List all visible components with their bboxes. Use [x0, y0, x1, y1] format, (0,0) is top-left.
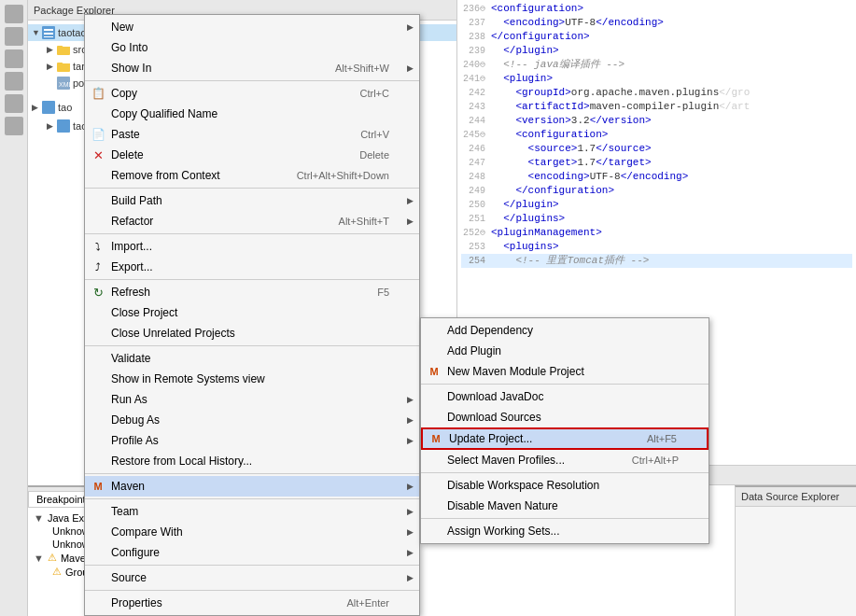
code-line-245: 245⊖ <configuration>: [461, 128, 852, 142]
menu-item-remove-context-label: Remove from Context: [111, 169, 220, 182]
code-line-253: 253 <plugins>: [461, 240, 852, 254]
tree-arrow-taotao: ▶: [32, 103, 41, 112]
menu-item-profile-as[interactable]: Profile As: [85, 430, 419, 451]
sep9: [85, 590, 419, 591]
sidebar-icon-3[interactable]: [5, 49, 23, 68]
select-profiles-label: Select Maven Profiles...: [447, 454, 565, 467]
svg-rect-2: [44, 33, 53, 35]
update-project-shortcut: Alt+F5: [647, 433, 688, 444]
data-source-header: Data Source Explorer: [736, 487, 856, 507]
maven-menu-download-javadoc[interactable]: Download JavaDoc: [421, 386, 709, 407]
menu-item-source-label: Source: [111, 571, 147, 584]
code-line-243: 243 <artifactId>maven-compiler-plugin</a…: [461, 100, 852, 114]
menu-item-validate[interactable]: Validate: [85, 348, 419, 369]
context-menu-maven: Add Dependency Add Plugin M New Maven Mo…: [420, 317, 709, 544]
delete-shortcut: Delete: [359, 149, 400, 161]
menu-item-build-path[interactable]: Build Path: [85, 190, 419, 211]
menu-item-build-path-label: Build Path: [111, 194, 162, 207]
maven-menu-disable-workspace[interactable]: Disable Workspace Resolution: [421, 475, 709, 496]
menu-item-remove-context[interactable]: Remove from Context Ctrl+Alt+Shift+Down: [85, 165, 419, 186]
menu-item-maven[interactable]: M Maven: [85, 476, 419, 497]
menu-item-restore-history[interactable]: Restore from Local History...: [85, 451, 419, 471]
add-dependency-label: Add Dependency: [447, 324, 533, 337]
menu-item-properties[interactable]: Properties Alt+Enter: [85, 593, 419, 613]
code-line-242: 242 <groupId>org.apache.maven.plugins</g…: [461, 86, 852, 100]
menu-item-import[interactable]: ⤵ Import...: [85, 236, 419, 257]
paste-icon: 📄: [91, 127, 105, 142]
maven-icon: M: [91, 479, 105, 494]
menu-item-compare[interactable]: Compare With: [85, 522, 419, 542]
show-in-shortcut: Alt+Shift+W: [335, 63, 400, 74]
menu-item-close-project[interactable]: Close Project: [85, 302, 419, 323]
tree-arrow-src: ▶: [47, 45, 56, 54]
menu-item-export[interactable]: ⤴ Export...: [85, 257, 419, 277]
code-line-241: 241⊖ <plugin>: [461, 72, 852, 86]
maven-menu-new-module[interactable]: M New Maven Module Project: [421, 361, 709, 382]
download-sources-label: Download Sources: [447, 411, 541, 424]
sidebar-icon-6[interactable]: [5, 117, 23, 135]
sep3: [85, 233, 419, 234]
sidebar-icon-2[interactable]: [5, 27, 23, 46]
xml-icon: XML: [56, 76, 71, 91]
menu-item-copy[interactable]: 📋 Copy Ctrl+C: [85, 83, 419, 104]
menu-item-debug-as-label: Debug As: [111, 413, 160, 427]
maven-menu-assign-working-sets[interactable]: Assign Working Sets...: [421, 521, 709, 541]
code-line-251: 251 </plugins>: [461, 212, 852, 226]
menu-item-debug-as[interactable]: Debug As: [85, 410, 419, 430]
menu-item-run-as[interactable]: Run As: [85, 389, 419, 410]
update-project-label: Update Project...: [449, 432, 532, 445]
maven-sep3: [421, 518, 709, 519]
select-profiles-shortcut: Ctrl+Alt+P: [632, 455, 690, 466]
menu-item-refresh[interactable]: ↻ Refresh F5: [85, 282, 419, 302]
code-line-237: 237 <encoding>UTF-8</encoding>: [461, 16, 852, 30]
add-plugin-label: Add Plugin: [447, 344, 501, 357]
new-maven-module-label: New Maven Module Project: [447, 365, 584, 378]
editor-content: 236⊖ <configuration> 237 <encoding>UTF-8…: [457, 0, 856, 270]
menu-item-refactor-label: Refactor: [111, 215, 153, 228]
menu-item-new[interactable]: New: [85, 17, 419, 37]
sep8: [85, 565, 419, 566]
menu-item-configure[interactable]: Configure: [85, 542, 419, 563]
maven-menu-disable-maven[interactable]: Disable Maven Nature: [421, 496, 709, 516]
maven-menu-add-plugin[interactable]: Add Plugin: [421, 341, 709, 361]
menu-item-delete[interactable]: ✕ Delete Delete: [85, 145, 419, 165]
maven-menu-select-profiles[interactable]: Select Maven Profiles... Ctrl+Alt+P: [421, 450, 709, 470]
menu-item-team[interactable]: Team: [85, 501, 419, 522]
svg-rect-7: [57, 119, 70, 133]
menu-item-team-label: Team: [111, 505, 138, 518]
refactor-shortcut: Alt+Shift+T: [339, 216, 400, 227]
sidebar-icon-1[interactable]: [5, 5, 23, 23]
menu-item-refactor[interactable]: Refactor Alt+Shift+T: [85, 211, 419, 231]
code-line-246: 246 <source>1.7</source>: [461, 142, 852, 156]
maven-menu-update-project[interactable]: M Update Project... Alt+F5: [421, 427, 709, 450]
menu-item-maven-label: Maven: [111, 480, 145, 493]
menu-item-show-remote[interactable]: Show in Remote Systems view: [85, 369, 419, 389]
menu-item-go-into[interactable]: Go Into: [85, 37, 419, 58]
disable-maven-label: Disable Maven Nature: [447, 499, 558, 512]
sidebar-icon-4[interactable]: [5, 72, 23, 91]
sep2: [85, 188, 419, 189]
tree-arrow-taotao2: ▶: [47, 121, 56, 131]
menu-item-source[interactable]: Source: [85, 567, 419, 588]
menu-item-close-unrelated[interactable]: Close Unrelated Projects: [85, 323, 419, 343]
maven-sep1: [421, 384, 709, 385]
menu-item-show-remote-label: Show in Remote Systems view: [111, 372, 265, 385]
menu-item-profile-as-label: Profile As: [111, 434, 159, 447]
maven-menu-add-dependency[interactable]: Add Dependency: [421, 320, 709, 341]
menu-item-close-project-label: Close Project: [111, 306, 177, 319]
menu-item-copy-qualified[interactable]: Copy Qualified Name: [85, 104, 419, 124]
refresh-icon: ↻: [91, 285, 105, 300]
refresh-shortcut: F5: [377, 287, 400, 298]
menu-item-configure-label: Configure: [111, 546, 160, 559]
code-line-244: 244 <version>3.2</version>: [461, 114, 852, 128]
taotao-label: tao: [58, 102, 72, 113]
menu-item-paste[interactable]: 📄 Paste Ctrl+V: [85, 124, 419, 145]
code-line-239: 239 </plugin>: [461, 44, 852, 58]
menu-item-compare-label: Compare With: [111, 525, 183, 539]
sidebar-icon-5[interactable]: [5, 94, 23, 113]
sep1: [85, 80, 419, 81]
maven-menu-download-sources[interactable]: Download Sources: [421, 407, 709, 427]
sep4: [85, 279, 419, 280]
code-line-240: 240⊖ <!-- java编译插件 -->: [461, 58, 852, 72]
menu-item-show-in[interactable]: Show In Alt+Shift+W: [85, 58, 419, 78]
